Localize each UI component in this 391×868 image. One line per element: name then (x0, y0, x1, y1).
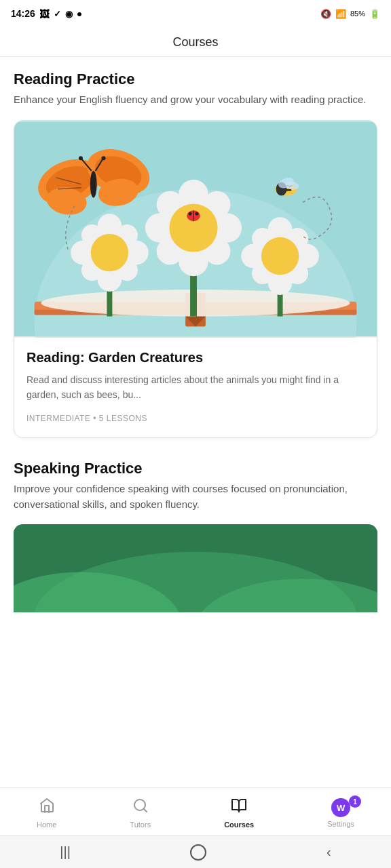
card-body: Reading: Garden Creatures Read and discu… (14, 338, 377, 438)
android-nav-bar: ||| ‹ (0, 835, 391, 868)
speaking-illustration (14, 524, 377, 612)
garden-illustration (14, 121, 377, 338)
status-bar: 14:26 🖼 ✓ ◉ ● 🔇 📶 85% 🔋 (0, 0, 391, 27)
nav-home[interactable]: Home (26, 795, 67, 831)
reading-practice-section: Reading Practice Enhance your English fl… (14, 71, 377, 438)
status-time: 14:26 🖼 ✓ ◉ ● (11, 8, 82, 20)
nav-courses[interactable]: Courses (213, 795, 265, 831)
svg-rect-60 (281, 189, 292, 191)
svg-point-30 (189, 212, 192, 215)
main-content: Reading Practice Enhance your English fl… (0, 57, 391, 787)
page-header: Courses (0, 27, 391, 57)
svg-point-52 (79, 156, 83, 160)
nav-tutors[interactable]: Tutors (119, 795, 162, 831)
speaking-practice-desc: Improve your confidence speaking with co… (14, 481, 377, 512)
speaking-practice-title: Speaking Practice (14, 460, 377, 477)
nav-settings[interactable]: W 1 Settings (316, 795, 365, 831)
android-back-icon[interactable]: ‹ (327, 844, 331, 860)
card-image (14, 121, 377, 338)
nav-courses-label: Courses (224, 821, 254, 829)
book-icon (231, 797, 247, 818)
svg-point-43 (261, 237, 299, 274)
nav-home-label: Home (37, 821, 56, 829)
nav-settings-label: Settings (327, 820, 354, 828)
svg-point-54 (102, 156, 106, 160)
speaking-card-preview[interactable] (14, 524, 377, 612)
speaking-practice-section: Speaking Practice Improve your confidenc… (14, 460, 377, 612)
android-home-icon[interactable] (190, 844, 206, 861)
card-meta: INTERMEDIATE • 5 LESSONS (26, 414, 147, 423)
svg-line-68 (143, 809, 146, 812)
card-description: Read and discuss interesting articles ab… (26, 372, 365, 403)
bottom-nav: Home Tutors Courses W 1 Settings (0, 787, 391, 835)
reading-practice-desc: Enhance your English fluency and grow yo… (14, 92, 377, 108)
reading-garden-card[interactable]: Reading: Garden Creatures Read and discu… (14, 120, 377, 439)
status-icons: 🔇 📶 85% 🔋 (320, 9, 380, 19)
settings-avatar: W (331, 798, 350, 817)
svg-point-31 (196, 212, 199, 215)
home-icon (39, 797, 55, 818)
page-title: Courses (172, 35, 218, 49)
card-title: Reading: Garden Creatures (26, 350, 365, 366)
reading-practice-title: Reading Practice (14, 71, 377, 88)
android-recent-icon[interactable]: ||| (60, 844, 71, 860)
svg-point-17 (91, 233, 128, 271)
nav-tutors-label: Tutors (130, 821, 151, 829)
svg-point-50 (90, 170, 97, 197)
search-icon (132, 797, 149, 818)
settings-badge: 1 (349, 795, 361, 808)
